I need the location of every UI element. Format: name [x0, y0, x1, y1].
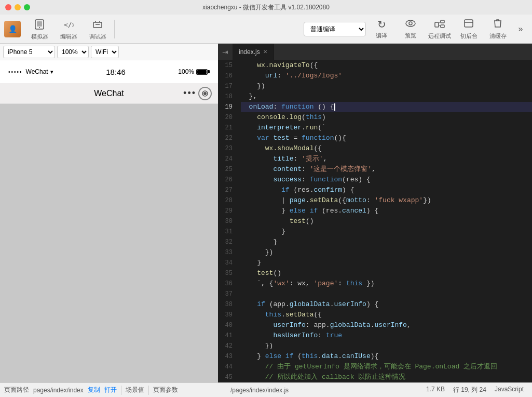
compile-label: 编译 [376, 32, 387, 39]
line-num-24: 24 [222, 154, 233, 164]
code-line-24: title: '提示', [241, 154, 532, 164]
bottom-right: /pages/index/index.js 1.7 KB 行 19, 列 24 … [226, 386, 528, 394]
code-line-29: } else if (res.cancel) { [241, 206, 532, 216]
line-num-35: 35 [222, 268, 233, 279]
phone-screen: ••••• WeChat ▾ 18:46 100% WeC [0, 60, 218, 382]
path-label: 页面路径 [4, 386, 29, 394]
maximize-window-button[interactable] [24, 4, 30, 10]
carrier-name: WeChat [26, 68, 48, 75]
code-line-44: // 由于 getUserInfo 是网络请求，可能会在 Page.onLoad… [241, 362, 532, 372]
svg-text:</>: </> [64, 21, 74, 29]
copy-button[interactable]: 复制 [88, 386, 100, 394]
line-num-26: 26 [222, 175, 233, 185]
device-select[interactable]: iPhone 5 iPhone 6 iPhone X [3, 46, 55, 58]
code-area[interactable]: 15 16 17 18 19 20 21 22 23 24 25 26 27 2… [218, 60, 532, 382]
simulator-label: 模拟器 [31, 33, 48, 41]
editor-button[interactable]: </> 编辑器 [54, 17, 83, 42]
tab-close-button[interactable]: ✕ [263, 49, 267, 55]
line-num-15: 15 [222, 60, 233, 71]
simulator-panel: iPhone 5 iPhone 6 iPhone X 100% 75% 50% … [0, 44, 218, 382]
code-lines[interactable]: wx.navigateTo({ url: '../logs/logs' }) }… [237, 60, 532, 382]
code-line-21: interpreter.run(` [241, 123, 532, 133]
clear-cache-button[interactable]: 清缓存 [484, 17, 511, 42]
network-select[interactable]: WiFi 4G 3G [91, 46, 119, 58]
code-line-33: }) [241, 247, 532, 258]
code-line-19: onLoad: function () { [241, 102, 532, 112]
line-num-27: 27 [222, 185, 233, 195]
more-button[interactable]: » [513, 17, 528, 42]
bottom-status-bar: 页面路径 pages/index/index 复制 打开 场景值 页面参数 /p… [0, 382, 532, 397]
language-label: JavaScript [495, 386, 524, 394]
file-path: /pages/index/index.js [230, 387, 289, 394]
line-num-36: 36 [222, 279, 233, 289]
battery-percentage: 100% [178, 68, 194, 75]
line-num-19: 19 [222, 102, 233, 112]
code-line-45: // 所以此处加入 callback 以防止这种情况 [241, 372, 532, 382]
svg-rect-4 [93, 22, 102, 28]
svg-point-18 [203, 92, 207, 95]
toolbar-right-actions: 普通编译 自定义编译 ↻ 编译 预览 [304, 17, 528, 42]
simulator-button[interactable]: 模拟器 [25, 17, 54, 42]
line-num-28: 28 [222, 195, 233, 206]
close-window-button[interactable] [5, 4, 11, 10]
minimize-window-button[interactable] [15, 4, 21, 10]
open-button[interactable]: 打开 [104, 386, 117, 394]
switch-backend-icon [463, 18, 474, 31]
scale-select[interactable]: 100% 75% 50% [57, 46, 89, 58]
line-num-31: 31 [222, 227, 233, 237]
bottom-divider [121, 386, 121, 395]
line-num-21: 21 [222, 123, 233, 133]
code-line-34: } [241, 258, 532, 268]
line-numbers: 15 16 17 18 19 20 21 22 23 24 25 26 27 2… [218, 60, 237, 382]
svg-rect-1 [37, 21, 42, 27]
status-bar: ••••• WeChat ▾ 18:46 100% [0, 60, 218, 83]
tab-arrow-icon: ⇥ [218, 48, 233, 56]
nav-circle-button[interactable] [198, 87, 212, 100]
tab-index-js[interactable]: index.js ✕ [233, 44, 274, 60]
toolbar-separator-1 [114, 20, 115, 38]
line-num-30: 30 [222, 216, 233, 227]
window-controls [5, 4, 30, 10]
line-num-22: 22 [222, 133, 233, 143]
svg-point-9 [409, 22, 412, 25]
line-num-42: 42 [222, 341, 233, 351]
debugger-button[interactable]: 调试器 [83, 17, 112, 42]
more-icon: » [519, 24, 523, 34]
code-line-42: }) [241, 341, 532, 351]
line-num-17: 17 [222, 81, 233, 91]
code-line-23: wx.showModal({ [241, 143, 532, 154]
file-info: 1.7 KB 行 19, 列 24 JavaScript [426, 386, 524, 394]
code-line-35: test() [241, 268, 532, 279]
line-num-38: 38 [222, 299, 233, 310]
line-num-32: 32 [222, 237, 233, 247]
code-line-18: }, [241, 91, 532, 102]
preview-button[interactable]: 预览 [397, 17, 424, 42]
line-num-18: 18 [222, 91, 233, 102]
code-line-28: | page.setData({motto: 'fuck wxapp'}) [241, 195, 532, 206]
code-line-37 [241, 289, 532, 299]
bottom-left: 页面路径 pages/index/index 复制 打开 场景值 页面参数 [4, 386, 222, 395]
compile-button[interactable]: ↻ 编译 [368, 17, 395, 42]
code-line-41: hasUserInfo: true [241, 330, 532, 341]
code-line-22: var test = function(){ [241, 133, 532, 143]
line-num-37: 37 [222, 289, 233, 299]
remote-debug-button[interactable]: 远程调试 [426, 17, 453, 42]
line-num-20: 20 [222, 112, 233, 123]
remote-debug-label: 远程调试 [428, 32, 451, 40]
page-params-label[interactable]: 页面参数 [153, 386, 178, 394]
line-num-29: 29 [222, 206, 233, 216]
file-size: 1.7 KB [426, 386, 445, 394]
scene-label[interactable]: 场景值 [126, 386, 144, 394]
code-line-38: if (app.globalData.userInfo) { [241, 299, 532, 310]
window-title: xiaochengxu - 微信开发者工具 v1.02.1802080 [202, 3, 330, 12]
simulator-icon [32, 17, 47, 32]
line-num-25: 25 [222, 164, 233, 175]
svg-rect-12 [441, 25, 444, 28]
compile-select[interactable]: 普通编译 自定义编译 [304, 22, 366, 36]
status-time: 18:46 [106, 68, 126, 76]
code-line-40: userInfo: app.globalData.userInfo, [241, 320, 532, 330]
debugger-label: 调试器 [89, 33, 106, 41]
line-num-34: 34 [222, 258, 233, 268]
line-num-41: 41 [222, 330, 233, 341]
switch-backend-button[interactable]: 切后台 [455, 17, 482, 42]
